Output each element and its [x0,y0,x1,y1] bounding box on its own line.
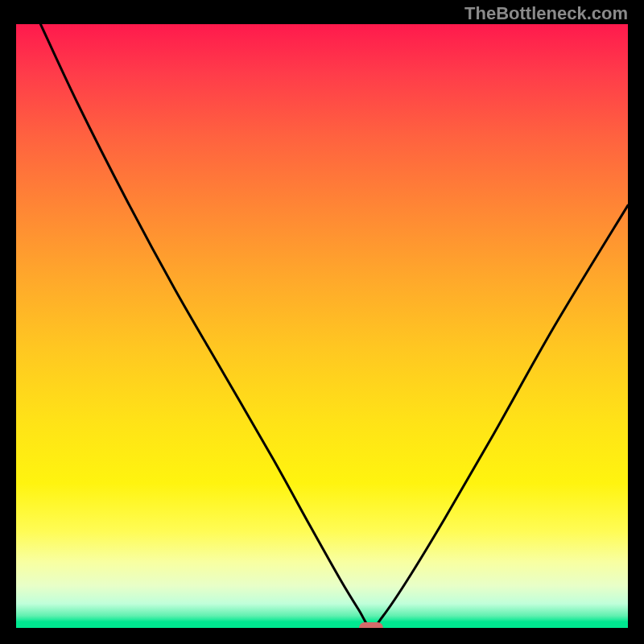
chart-container: TheBottleneck.com [0,0,644,644]
watermark-text: TheBottleneck.com [464,3,628,24]
optimum-marker [359,622,383,628]
bottleneck-curve [16,24,628,628]
plot-area [16,24,628,628]
